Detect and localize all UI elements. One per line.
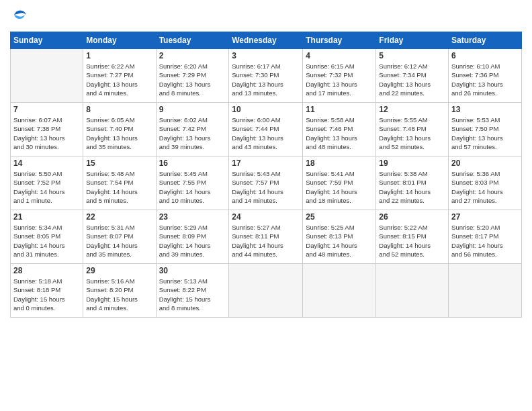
day-number: 26 [379,212,445,222]
day-cell: 7Sunrise: 6:07 AM Sunset: 7:38 PM Daylig… [11,103,83,156]
day-info: Sunrise: 6:07 AM Sunset: 7:38 PM Dayligh… [13,116,80,151]
day-number: 28 [13,266,80,275]
day-info: Sunrise: 5:31 AM Sunset: 8:07 PM Dayligh… [86,223,152,259]
day-number: 12 [379,105,445,114]
day-number: 24 [232,212,300,222]
day-info: Sunrise: 5:50 AM Sunset: 7:52 PM Dayligh… [13,169,80,205]
day-header-thursday: Thursday [303,32,376,49]
day-number: 20 [451,158,519,168]
day-number: 4 [306,51,373,60]
day-number: 7 [13,105,80,114]
day-number: 10 [232,105,300,114]
header-row: SundayMondayTuesdayWednesdayThursdayFrid… [11,32,522,49]
day-cell: 14Sunrise: 5:50 AM Sunset: 7:52 PM Dayli… [11,156,83,210]
day-cell: 25Sunrise: 5:25 AM Sunset: 8:13 PM Dayli… [303,210,376,264]
logo-text [10,7,28,26]
day-info: Sunrise: 6:20 AM Sunset: 7:29 PM Dayligh… [159,62,226,97]
day-number: 8 [86,105,152,114]
day-number: 21 [13,212,80,222]
day-info: Sunrise: 5:13 AM Sunset: 8:22 PM Dayligh… [159,277,226,312]
day-info: Sunrise: 5:27 AM Sunset: 8:11 PM Dayligh… [232,223,300,259]
day-cell [303,264,376,318]
day-cell: 30Sunrise: 5:13 AM Sunset: 8:22 PM Dayli… [156,264,229,318]
day-cell: 3Sunrise: 6:17 AM Sunset: 7:30 PM Daylig… [229,49,303,103]
day-number: 18 [306,158,373,168]
day-cell: 27Sunrise: 5:20 AM Sunset: 8:17 PM Dayli… [449,210,522,264]
day-header-friday: Friday [376,32,449,49]
day-cell: 1Sunrise: 6:22 AM Sunset: 7:27 PM Daylig… [83,49,156,103]
day-number: 5 [379,51,445,60]
calendar-table: SundayMondayTuesdayWednesdayThursdayFrid… [10,32,522,318]
day-number: 11 [306,105,373,114]
day-cell [376,264,449,318]
day-number: 9 [159,105,226,114]
day-number: 15 [86,158,152,168]
page-container: SundayMondayTuesdayWednesdayThursdayFrid… [0,0,532,324]
day-header-wednesday: Wednesday [229,32,303,49]
day-cell: 19Sunrise: 5:38 AM Sunset: 8:01 PM Dayli… [376,156,449,210]
day-cell: 23Sunrise: 5:29 AM Sunset: 8:09 PM Dayli… [156,210,229,264]
day-cell: 11Sunrise: 5:58 AM Sunset: 7:46 PM Dayli… [303,103,376,156]
day-info: Sunrise: 5:29 AM Sunset: 8:09 PM Dayligh… [159,223,226,259]
day-cell: 24Sunrise: 5:27 AM Sunset: 8:11 PM Dayli… [229,210,303,264]
logo [10,7,28,26]
day-number: 29 [86,266,152,275]
week-row-3: 14Sunrise: 5:50 AM Sunset: 7:52 PM Dayli… [11,156,522,210]
day-header-monday: Monday [83,32,156,49]
day-info: Sunrise: 5:41 AM Sunset: 7:59 PM Dayligh… [306,169,373,205]
day-cell: 21Sunrise: 5:34 AM Sunset: 8:05 PM Dayli… [11,210,83,264]
day-info: Sunrise: 5:43 AM Sunset: 7:57 PM Dayligh… [232,169,300,205]
day-cell: 16Sunrise: 5:45 AM Sunset: 7:55 PM Dayli… [156,156,229,210]
day-cell [449,264,522,318]
day-cell: 2Sunrise: 6:20 AM Sunset: 7:29 PM Daylig… [156,49,229,103]
day-info: Sunrise: 5:58 AM Sunset: 7:46 PM Dayligh… [306,116,373,151]
week-row-4: 21Sunrise: 5:34 AM Sunset: 8:05 PM Dayli… [11,210,522,264]
day-number: 27 [451,212,519,222]
day-cell: 6Sunrise: 6:10 AM Sunset: 7:36 PM Daylig… [449,49,522,103]
day-info: Sunrise: 6:17 AM Sunset: 7:30 PM Dayligh… [232,62,300,97]
day-info: Sunrise: 5:16 AM Sunset: 8:20 PM Dayligh… [86,277,152,312]
week-row-5: 28Sunrise: 5:18 AM Sunset: 8:18 PM Dayli… [11,264,522,318]
day-number: 19 [379,158,445,168]
day-cell: 29Sunrise: 5:16 AM Sunset: 8:20 PM Dayli… [83,264,156,318]
day-cell: 5Sunrise: 6:12 AM Sunset: 7:34 PM Daylig… [376,49,449,103]
day-number: 23 [159,212,226,222]
day-number: 25 [306,212,373,222]
day-info: Sunrise: 5:20 AM Sunset: 8:17 PM Dayligh… [451,223,519,259]
day-cell: 12Sunrise: 5:55 AM Sunset: 7:48 PM Dayli… [376,103,449,156]
day-info: Sunrise: 6:02 AM Sunset: 7:42 PM Dayligh… [159,116,226,151]
day-cell [11,49,83,103]
day-cell: 4Sunrise: 6:15 AM Sunset: 7:32 PM Daylig… [303,49,376,103]
day-cell [229,264,303,318]
day-info: Sunrise: 6:05 AM Sunset: 7:40 PM Dayligh… [86,116,152,151]
day-info: Sunrise: 6:15 AM Sunset: 7:32 PM Dayligh… [306,62,373,97]
day-info: Sunrise: 6:00 AM Sunset: 7:44 PM Dayligh… [232,116,300,151]
day-number: 30 [159,266,226,275]
week-row-2: 7Sunrise: 6:07 AM Sunset: 7:38 PM Daylig… [11,103,522,156]
day-header-sunday: Sunday [11,32,83,49]
week-row-1: 1Sunrise: 6:22 AM Sunset: 7:27 PM Daylig… [11,49,522,103]
header [10,7,522,26]
day-cell: 22Sunrise: 5:31 AM Sunset: 8:07 PM Dayli… [83,210,156,264]
day-info: Sunrise: 5:53 AM Sunset: 7:50 PM Dayligh… [451,116,519,151]
day-number: 14 [13,158,80,168]
day-number: 1 [86,51,152,60]
day-cell: 17Sunrise: 5:43 AM Sunset: 7:57 PM Dayli… [229,156,303,210]
day-cell: 18Sunrise: 5:41 AM Sunset: 7:59 PM Dayli… [303,156,376,210]
day-info: Sunrise: 5:45 AM Sunset: 7:55 PM Dayligh… [159,169,226,205]
day-info: Sunrise: 5:18 AM Sunset: 8:18 PM Dayligh… [13,277,80,312]
day-number: 17 [232,158,300,168]
day-number: 3 [232,51,300,60]
day-info: Sunrise: 5:36 AM Sunset: 8:03 PM Dayligh… [451,169,519,205]
day-info: Sunrise: 5:25 AM Sunset: 8:13 PM Dayligh… [306,223,373,259]
day-cell: 13Sunrise: 5:53 AM Sunset: 7:50 PM Dayli… [449,103,522,156]
logo-icon [11,7,28,23]
day-cell: 26Sunrise: 5:22 AM Sunset: 8:15 PM Dayli… [376,210,449,264]
day-info: Sunrise: 5:48 AM Sunset: 7:54 PM Dayligh… [86,169,152,205]
day-info: Sunrise: 5:55 AM Sunset: 7:48 PM Dayligh… [379,116,445,151]
day-header-tuesday: Tuesday [156,32,229,49]
day-number: 16 [159,158,226,168]
day-number: 6 [451,51,519,60]
day-info: Sunrise: 5:34 AM Sunset: 8:05 PM Dayligh… [13,223,80,259]
day-number: 2 [159,51,226,60]
